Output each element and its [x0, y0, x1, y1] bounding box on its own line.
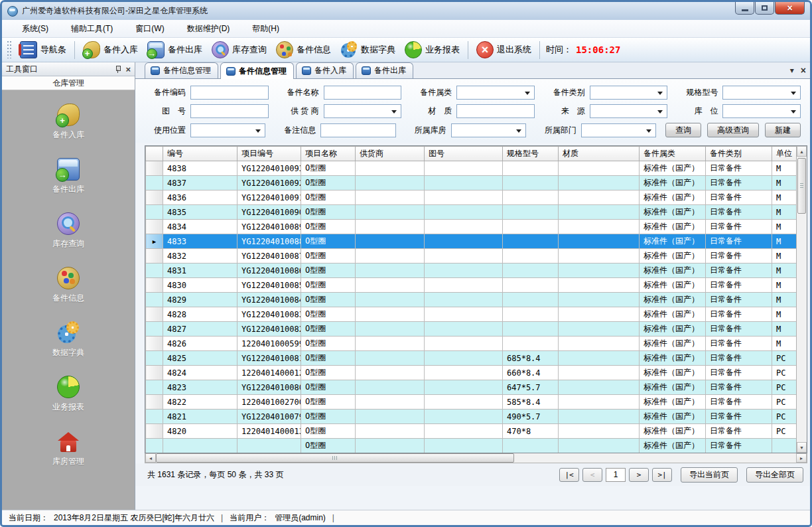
horizontal-scroll-thumb[interactable] — [156, 453, 514, 463]
column-header[interactable]: 材质 — [559, 147, 640, 161]
table-row[interactable]: 48201220401400013O型圈470*8标准件（国产）日常备件PC — [146, 424, 797, 439]
close-button[interactable]: × — [775, 2, 805, 15]
row-selector[interactable] — [146, 278, 163, 293]
table-row[interactable]: 48221220401002700O型圈585*8.4标准件（国产）日常备件PC — [146, 395, 797, 410]
table-row-partial[interactable]: O型圈标准件（国产）日常备件 — [146, 439, 797, 453]
row-selector[interactable] — [146, 410, 163, 424]
table-row[interactable]: 4829YG12204010084O型圈标准件（国产）日常备件M — [146, 293, 797, 307]
column-header[interactable]: 供货商 — [356, 147, 425, 161]
toolbar-button-parts-info[interactable]: 备件信息 — [271, 39, 336, 60]
dropdown-select[interactable] — [590, 86, 668, 100]
horizontal-scrollbar[interactable]: ◂ ▸ — [145, 453, 807, 463]
tab[interactable]: 备件信息管理 — [145, 62, 218, 78]
table-row[interactable]: 4827YG12204010082O型圈标准件（国产）日常备件M — [146, 322, 797, 337]
sidebar-item-inventory-query[interactable]: 库存查询 — [52, 212, 84, 250]
scroll-right-icon[interactable]: ▸ — [796, 453, 807, 463]
column-header[interactable]: 备件属类 — [640, 147, 706, 161]
toolbar-button-inventory-query[interactable]: 库存查询 — [207, 39, 271, 60]
row-selector[interactable] — [146, 424, 163, 439]
column-header[interactable]: 备件类别 — [706, 147, 772, 161]
toolbar-button-exit[interactable]: 退出系统 — [472, 39, 536, 60]
table-row[interactable]: 4832YG12204010087O型圈标准件（国产）日常备件M — [146, 249, 797, 264]
table-row[interactable]: 4821YG12204010079O型圈490*5.7标准件（国产）日常备件PC — [146, 410, 797, 424]
horizontal-scroll-track[interactable] — [156, 453, 796, 463]
menu-item[interactable]: 帮助(H) — [251, 21, 281, 37]
toolbar-button-data-dict[interactable]: 数据字典 — [336, 39, 400, 60]
tab-close-icon[interactable]: × — [801, 66, 806, 75]
table-row[interactable]: 4831YG12204010086O型圈标准件（国产）日常备件M — [146, 264, 797, 278]
row-selector[interactable] — [146, 380, 163, 395]
sidebar-group-header[interactable]: 仓库管理 — [2, 76, 135, 90]
table-row[interactable]: 4838YG12204010093O型圈标准件（国产）日常备件M — [146, 161, 797, 176]
menu-item[interactable]: 系统(S) — [21, 21, 50, 37]
maximize-button[interactable] — [755, 2, 774, 15]
scroll-up-icon[interactable]: ▲ — [797, 146, 807, 157]
row-selector[interactable] — [146, 249, 163, 264]
dropdown-select[interactable] — [456, 86, 535, 100]
dropdown-select[interactable] — [590, 104, 668, 118]
row-selector[interactable] — [146, 337, 163, 351]
search-button[interactable]: 查询 — [665, 123, 701, 137]
scroll-left-icon[interactable]: ◂ — [145, 453, 156, 463]
next-page-button[interactable]: > — [629, 468, 649, 482]
row-selector[interactable] — [146, 190, 163, 205]
sidebar-item-data-dict[interactable]: 数据字典 — [52, 321, 84, 358]
row-selector[interactable] — [146, 293, 163, 307]
table-row[interactable]: 4828YG12204010083O型圈标准件（国产）日常备件M — [146, 307, 797, 322]
sidebar-item-stock-out[interactable]: 备件出库 — [52, 158, 84, 195]
table-row[interactable]: 4834YG12204010089O型圈标准件（国产）日常备件M — [146, 220, 797, 234]
sidebar-item-stock-in[interactable]: 备件入库 — [52, 104, 84, 141]
export-all-pages-button[interactable]: 导出全部页 — [746, 467, 803, 483]
text-input[interactable] — [320, 123, 395, 137]
row-selector[interactable] — [146, 322, 163, 337]
table-row[interactable]: 4836YG12204010091O型圈标准件（国产）日常备件M — [146, 190, 797, 205]
tab[interactable]: 备件出库 — [356, 62, 413, 78]
menu-item[interactable]: 数据维护(D) — [186, 21, 232, 37]
table-row[interactable]: 4835YG12204010090O型圈标准件（国产）日常备件M — [146, 205, 797, 220]
scroll-down-icon[interactable]: ▼ — [797, 442, 807, 453]
tab[interactable]: 备件信息管理 — [220, 62, 294, 79]
vertical-scroll-thumb[interactable] — [797, 158, 806, 214]
sidebar-close-icon[interactable]: × — [125, 65, 131, 74]
prev-page-button[interactable]: < — [582, 468, 602, 482]
toolbar-grip-handle[interactable] — [7, 41, 11, 58]
text-input[interactable] — [324, 86, 402, 100]
table-row[interactable]: 4830YG12204010085O型圈标准件（国产）日常备件M — [146, 278, 797, 293]
row-selector[interactable] — [146, 351, 163, 366]
column-header[interactable]: 单位 — [772, 147, 797, 161]
column-header[interactable]: 项目名称 — [301, 147, 356, 161]
tab[interactable]: 备件入库 — [296, 62, 354, 78]
dropdown-select[interactable] — [581, 123, 656, 137]
table-row[interactable]: ▶4833YG12204010088O型圈标准件（国产）日常备件M — [146, 234, 797, 249]
row-selector[interactable] — [146, 220, 163, 234]
row-selector[interactable] — [146, 307, 163, 322]
menu-item[interactable]: 窗口(W) — [134, 21, 165, 37]
first-page-button[interactable]: |< — [559, 468, 579, 482]
dropdown-select[interactable] — [451, 123, 526, 137]
column-header[interactable]: 图号 — [425, 147, 503, 161]
row-selector[interactable] — [146, 395, 163, 410]
table-row[interactable]: 48241220401400012O型圈660*8.4标准件（国产）日常备件PC — [146, 366, 797, 380]
column-header[interactable]: 规格型号 — [503, 147, 559, 161]
page-number-input[interactable]: 1 — [606, 468, 626, 482]
sidebar-item-report[interactable]: 业务报表 — [52, 376, 84, 413]
toolbar-button-stock-in[interactable]: 备件入库 — [78, 39, 143, 60]
export-current-page-button[interactable]: 导出当前页 — [681, 467, 738, 483]
toolbar-button-report[interactable]: 业务报表 — [400, 39, 464, 60]
text-input[interactable] — [190, 104, 269, 118]
table-row[interactable]: 4837YG12204010092O型圈标准件（国产）日常备件M — [146, 176, 797, 190]
dropdown-select[interactable] — [190, 123, 265, 137]
column-header[interactable]: 编号 — [163, 147, 237, 161]
text-input[interactable] — [190, 86, 269, 100]
table-row[interactable]: 4825YG12204010081O型圈685*8.4标准件（国产）日常备件PC — [146, 351, 797, 366]
toolbar-button-stock-out[interactable]: 备件出库 — [143, 39, 207, 60]
text-input[interactable] — [456, 104, 535, 118]
row-selector[interactable] — [146, 366, 163, 380]
advanced-search-button[interactable]: 高级查询 — [707, 123, 759, 137]
vertical-scrollbar[interactable]: ▲ ▼ — [796, 146, 807, 453]
new-button[interactable]: 新建 — [765, 123, 801, 137]
dropdown-select[interactable] — [324, 104, 402, 118]
sidebar-item-home[interactable]: 库房管理 — [52, 430, 84, 467]
row-selector[interactable] — [146, 264, 163, 278]
row-selector[interactable] — [146, 176, 163, 190]
